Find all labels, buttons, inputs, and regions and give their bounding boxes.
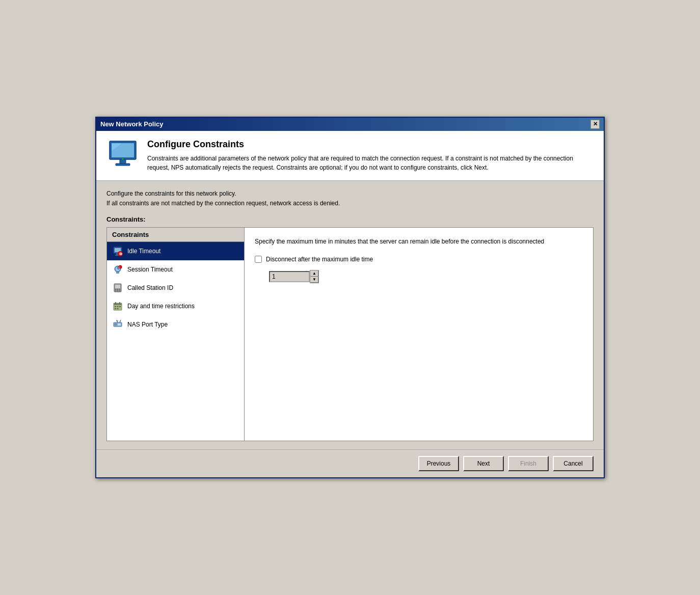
svg-rect-31 [115, 302, 116, 304]
body-section: Configure the constraints for this netwo… [96, 181, 604, 449]
spinner-buttons: ▲ ▼ [310, 270, 319, 283]
finish-button[interactable]: Finish [508, 456, 549, 471]
header-section: Configure Constraints Constraints are ad… [96, 131, 604, 181]
sidebar-item-called-station-id[interactable]: Called Station ID [107, 279, 244, 297]
window-title: New Network Policy [100, 120, 164, 128]
dialog-window: New Network Policy ✕ Configure Constrain… [95, 117, 605, 478]
idle-timeout-icon: ⚙ [112, 246, 123, 257]
next-button[interactable]: Next [463, 456, 504, 471]
svg-rect-36 [115, 308, 116, 309]
svg-rect-5 [116, 164, 130, 166]
sidebar-item-label-day-time: Day and time restrictions [127, 303, 195, 310]
sidebar-item-session-timeout[interactable]: ! Session Timeout [107, 260, 244, 279]
svg-rect-41 [118, 323, 121, 326]
svg-rect-18 [116, 272, 119, 274]
svg-rect-37 [117, 308, 119, 309]
intro-line2: If all constraints are not matched by th… [106, 199, 594, 208]
spinner-up-button[interactable]: ▲ [310, 271, 318, 277]
svg-rect-26 [115, 290, 116, 291]
svg-rect-25 [119, 289, 120, 290]
spinner-input[interactable] [269, 271, 310, 282]
spinner-container: ▲ ▼ [269, 270, 583, 283]
svg-rect-33 [115, 306, 116, 307]
disconnect-checkbox-label: Disconnect after the maximum idle time [266, 256, 373, 263]
svg-point-6 [122, 158, 124, 159]
header-title: Configure Constraints [147, 139, 594, 150]
constraints-label: Constraints: [106, 215, 594, 223]
previous-button[interactable]: Previous [418, 456, 459, 471]
called-station-id-icon [112, 282, 123, 293]
right-panel-description: Specify the maximum time in minutes that… [255, 237, 583, 247]
svg-text:!: ! [119, 266, 120, 269]
svg-rect-34 [117, 306, 119, 307]
header-text: Configure Constraints Constraints are ad… [147, 139, 594, 172]
day-time-icon [112, 301, 123, 312]
svg-point-40 [115, 324, 116, 325]
session-timeout-icon: ! [112, 264, 123, 275]
nas-port-icon [112, 319, 123, 330]
right-panel: Specify the maximum time in minutes that… [245, 228, 593, 441]
sidebar-item-label-nas-port: NAS Port Type [127, 321, 168, 328]
sidebar-item-label-called-station-id: Called Station ID [127, 284, 173, 291]
header-description: Constraints are additional parameters of… [147, 154, 594, 172]
svg-rect-27 [117, 290, 118, 291]
left-panel: Constraints ⚙ [107, 228, 245, 441]
svg-rect-22 [115, 285, 120, 288]
svg-rect-35 [119, 306, 121, 307]
close-button[interactable]: ✕ [590, 120, 600, 129]
svg-rect-23 [115, 289, 116, 290]
intro-text: Configure the constraints for this netwo… [106, 189, 594, 208]
disconnect-checkbox[interactable] [255, 256, 262, 263]
constraints-area: Constraints ⚙ [106, 227, 594, 441]
spinner-down-button[interactable]: ▼ [310, 277, 318, 283]
left-panel-header: Constraints [107, 228, 244, 242]
svg-line-43 [120, 320, 121, 322]
computer-icon [106, 139, 139, 172]
svg-rect-30 [114, 303, 122, 305]
sidebar-item-nas-port-type[interactable]: NAS Port Type [107, 315, 244, 334]
intro-line1: Configure the constraints for this netwo… [106, 189, 594, 199]
svg-rect-32 [119, 302, 120, 304]
sidebar-item-label-idle-timeout: Idle Timeout [127, 248, 160, 255]
checkbox-row: Disconnect after the maximum idle time [255, 256, 583, 263]
cancel-button[interactable]: Cancel [553, 456, 594, 471]
svg-text:⚙: ⚙ [119, 252, 122, 256]
svg-rect-24 [117, 289, 118, 290]
sidebar-item-label-session-timeout: Session Timeout [127, 266, 173, 273]
svg-rect-4 [120, 159, 126, 164]
footer-section: Previous Next Finish Cancel [96, 449, 604, 477]
sidebar-item-idle-timeout[interactable]: ⚙ Idle Timeout [107, 242, 244, 260]
svg-rect-28 [119, 290, 120, 291]
title-bar: New Network Policy ✕ [96, 118, 604, 131]
sidebar-item-day-time-restrictions[interactable]: Day and time restrictions [107, 297, 244, 315]
